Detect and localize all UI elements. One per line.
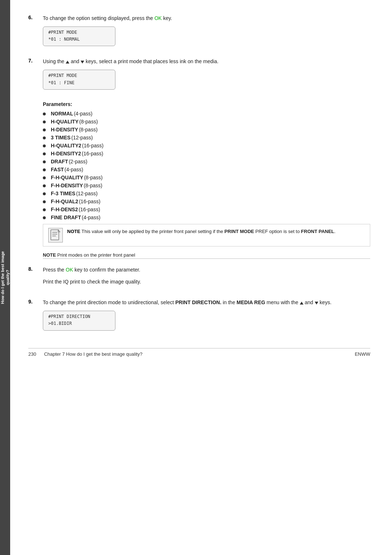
note-box-1: NOTE This value will only be applied by … xyxy=(43,224,370,246)
parameters-section: Parameters: NORMAL (4-pass) H-QUALITY (8… xyxy=(43,101,370,259)
note-document-icon xyxy=(50,229,61,241)
note-2: NOTE Print modes on the printer front pa… xyxy=(43,252,370,259)
param-desc: (4-pass) xyxy=(74,111,92,117)
note-1-before: This value will only be applied by the p… xyxy=(80,229,224,234)
note-1-bold2: FRONT PANEL xyxy=(301,229,334,234)
param-name: H-DENSITY2 xyxy=(51,151,81,156)
list-item: H-QUALITY (8-pass) xyxy=(43,119,370,125)
list-item: F-H-DENSITY (8-pass) xyxy=(43,183,370,188)
note-2-label: NOTE xyxy=(43,252,56,258)
section-divider xyxy=(43,258,370,259)
step-7-lcd: #PRINT MODE *01 : FINE xyxy=(43,70,115,89)
note-1-mid: PREF option is set to xyxy=(254,229,301,234)
step-6-ok: OK xyxy=(154,15,162,21)
step-8-after-ok: key to confirm the parameter. xyxy=(73,267,140,273)
param-desc: (8-pass) xyxy=(84,183,102,188)
param-desc: (8-pass) xyxy=(79,127,97,132)
param-name: NORMAL xyxy=(51,111,73,117)
bullet-icon xyxy=(43,160,46,163)
step-9-content: To change the print direction mode to un… xyxy=(43,299,370,333)
step-9-down-arrow-icon xyxy=(315,302,318,305)
step-6-lcd-line1: #PRINT MODE xyxy=(48,29,110,36)
step-7-text-p2: keys, select a print mode that places le… xyxy=(84,58,219,64)
step-8-content: Press the OK key to confirm the paramete… xyxy=(43,266,370,290)
bullet-icon xyxy=(43,121,46,123)
step-8: 8. Press the OK key to confirm the param… xyxy=(28,266,370,290)
list-item: F-H-DENS2 (16-pass) xyxy=(43,207,370,212)
step-8-number: 8. xyxy=(28,266,43,272)
step-7-and: and xyxy=(69,58,81,64)
step-9-bold1: PRINT DIRECTION. xyxy=(175,299,221,305)
bullet-icon xyxy=(43,176,46,179)
note-1-text: NOTE This value will only be applied by … xyxy=(67,228,335,235)
step-9-lcd-line1: #PRINT DIRECTION xyxy=(48,313,110,320)
param-desc: (12-pass) xyxy=(71,135,93,140)
step-6-lcd: #PRINT MODE *01 : NORMAL xyxy=(43,26,115,46)
bullet-icon xyxy=(43,152,46,155)
footer-brand: ENWW xyxy=(355,351,370,357)
step-7-lcd-line1: #PRINT MODE xyxy=(48,72,110,79)
param-name: F-H-QUALITY xyxy=(51,175,83,180)
param-desc: (16-pass) xyxy=(79,199,100,204)
param-name: H-QUALITY2 xyxy=(51,143,81,148)
step-6: 6. To change the option setting displaye… xyxy=(28,15,370,49)
step-8-text: Press the OK key to confirm the paramete… xyxy=(43,266,370,274)
step-6-content: To change the option setting displayed, … xyxy=(43,15,370,49)
list-item: DRAFT (2-pass) xyxy=(43,159,370,164)
note-1-end: . xyxy=(334,229,336,234)
step-9-text-p1: To change the print direction mode to un… xyxy=(43,299,175,305)
step-6-text-after: key. xyxy=(162,15,172,21)
up-arrow-icon xyxy=(66,61,69,64)
footer-chapter-text: Chapter 7 How do I get the best image qu… xyxy=(44,351,142,357)
down-arrow-icon xyxy=(81,61,84,64)
param-name: F-H-DENSITY xyxy=(51,183,83,188)
note-1-label: NOTE xyxy=(67,229,80,234)
bullet-icon xyxy=(43,136,46,139)
param-name: H-QUALITY xyxy=(51,119,78,125)
bullet-icon xyxy=(43,184,46,187)
param-name: FINE DRAFT xyxy=(51,215,81,220)
step-9: 9. To change the print direction mode to… xyxy=(28,299,370,333)
bullet-icon xyxy=(43,200,46,203)
footer-page-number: 230 xyxy=(28,351,36,357)
param-desc: (16-pass) xyxy=(79,207,100,212)
step-9-up-arrow-icon xyxy=(300,302,303,305)
step-7-lcd-line2: *01 : FINE xyxy=(48,79,110,86)
step-8-before-ok: Press the xyxy=(43,267,66,273)
svg-marker-4 xyxy=(58,230,60,232)
param-desc: (16-pass) xyxy=(82,151,103,156)
list-item: F-H-QUALITY (8-pass) xyxy=(43,175,370,180)
step-7-text-p1: Using the xyxy=(43,58,66,64)
side-tab: How do I get the best image quality? xyxy=(0,0,10,555)
param-desc: (2-pass) xyxy=(69,159,87,164)
note-1-bold1: PRINT MODE xyxy=(224,229,254,234)
step-9-mid: in the xyxy=(221,299,237,305)
bullet-icon xyxy=(43,192,46,195)
step-6-number: 6. xyxy=(28,15,43,20)
step-8-ok: OK xyxy=(66,267,73,273)
step-9-text: To change the print direction mode to un… xyxy=(43,299,370,306)
param-name: FAST xyxy=(51,167,64,172)
list-item: FINE DRAFT (4-pass) xyxy=(43,215,370,220)
list-item: F-3 TIMES (12-pass) xyxy=(43,191,370,196)
svg-rect-0 xyxy=(51,230,59,240)
note-2-text: Print modes on the printer front panel xyxy=(56,252,135,258)
param-name: F-H-DENS2 xyxy=(51,207,78,212)
step-8-subtext: Print the IQ print to check the image qu… xyxy=(43,278,370,286)
bullet-icon xyxy=(43,216,46,219)
bullet-icon xyxy=(43,144,46,147)
param-desc: (16-pass) xyxy=(82,143,103,148)
list-item: H-QUALITY2 (16-pass) xyxy=(43,143,370,148)
param-name: 3 TIMES xyxy=(51,135,70,140)
list-item: 3 TIMES (12-pass) xyxy=(43,135,370,140)
param-name: DRAFT xyxy=(51,159,68,164)
step-9-end-after: keys. xyxy=(318,299,332,305)
step-7: 7. Using the and keys, select a print mo… xyxy=(28,58,370,92)
step-9-bold2: MEDIA REG xyxy=(237,299,265,305)
note-icon xyxy=(48,228,63,242)
side-tab-text: How do I get the best image quality? xyxy=(0,251,10,304)
param-desc: (4-pass) xyxy=(65,167,83,172)
page-container: How do I get the best image quality? 6. … xyxy=(0,0,392,555)
step-7-number: 7. xyxy=(28,58,43,64)
list-item: H-DENSITY (8-pass) xyxy=(43,127,370,132)
